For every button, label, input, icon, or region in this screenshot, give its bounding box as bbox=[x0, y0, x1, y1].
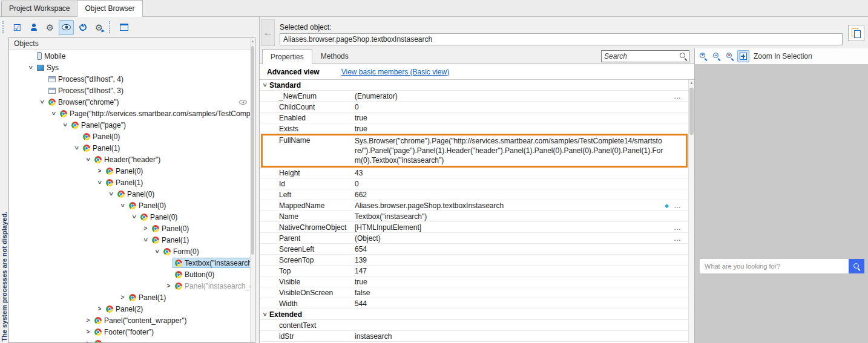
section-header-standard[interactable]: >Standard bbox=[260, 80, 688, 91]
refresh-icon[interactable] bbox=[75, 20, 90, 35]
tree-item[interactable]: >Header("header") bbox=[9, 154, 250, 165]
copy-button[interactable] bbox=[848, 25, 864, 41]
property-row-Exists[interactable]: Existstrue bbox=[260, 123, 688, 134]
property-row-Left[interactable]: Left662 bbox=[260, 189, 688, 200]
expand-chevron[interactable]: > bbox=[142, 224, 150, 232]
expand-chevron[interactable]: > bbox=[153, 247, 161, 255]
property-row-NativeChromeObject[interactable]: NativeChromeObject[HTMLInputElement]… bbox=[260, 222, 688, 233]
expand-chevron[interactable]: > bbox=[96, 305, 104, 313]
expand-chevron[interactable]: > bbox=[142, 236, 150, 244]
property-row-Top[interactable]: Top147 bbox=[260, 266, 688, 276]
expand-chevron[interactable]: > bbox=[130, 213, 138, 221]
tree-item[interactable]: >Panel(2) bbox=[9, 303, 250, 315]
property-row-ChildCount[interactable]: ChildCount0 bbox=[260, 102, 688, 113]
collapse-chevron[interactable]: > bbox=[261, 81, 269, 89]
expand-chevron[interactable]: > bbox=[84, 339, 92, 342]
tree-scrollbar-thumb[interactable] bbox=[251, 46, 254, 255]
expand-chevron[interactable]: > bbox=[27, 64, 35, 71]
collapse-chevron[interactable]: > bbox=[261, 310, 269, 318]
tree-item[interactable]: >Panel("instasearch_drop bbox=[9, 280, 250, 292]
property-row-FullName[interactable]: FullNameSys.Browser("chrome").Page("http… bbox=[260, 134, 688, 168]
tree-item[interactable]: >Panel(1) bbox=[9, 292, 250, 303]
expand-chevron[interactable]: > bbox=[119, 201, 127, 209]
tree-item[interactable]: >Sys bbox=[9, 62, 250, 73]
zoom-in-selection-icon[interactable] bbox=[737, 50, 749, 62]
property-row-Height[interactable]: Height43 bbox=[260, 168, 688, 178]
expand-chevron[interactable]: > bbox=[107, 190, 115, 198]
tree-item[interactable]: >Panel(0) bbox=[9, 200, 250, 211]
basic-view-link[interactable]: View basic members (Basic view) bbox=[341, 68, 450, 76]
properties-scrollbar-thumb[interactable] bbox=[689, 88, 694, 135]
expand-chevron[interactable]: > bbox=[119, 293, 127, 301]
expand-chevron[interactable]: > bbox=[96, 167, 104, 175]
tree-item[interactable]: Process("dllhost", 4) bbox=[9, 73, 250, 85]
ellipsis-button[interactable]: … bbox=[674, 234, 681, 243]
tree-item[interactable]: >Panel(1) bbox=[9, 234, 250, 246]
expand-chevron[interactable]: > bbox=[38, 98, 46, 106]
tree-item[interactable]: Panel(0) bbox=[9, 131, 250, 142]
scroll-up-icon[interactable]: ▲ bbox=[689, 80, 694, 87]
tree-item[interactable]: >Panel(0) bbox=[9, 165, 250, 177]
tree-item[interactable]: >Panel(0) bbox=[9, 211, 250, 223]
tree-item[interactable]: >Footer("footer") bbox=[9, 326, 250, 338]
toolbar-grip[interactable] bbox=[2, 21, 6, 33]
property-row-Parent[interactable]: Parent(Object)… bbox=[260, 233, 688, 244]
zoom-in-icon[interactable]: + bbox=[697, 50, 709, 62]
display-object-spy-icon[interactable]: ☑ bbox=[10, 20, 25, 35]
map-object-icon[interactable] bbox=[26, 20, 41, 35]
run-routine-icon[interactable]: ⚙▶ bbox=[91, 20, 107, 35]
expand-chevron[interactable]: > bbox=[84, 155, 92, 163]
expand-chevron[interactable]: > bbox=[73, 144, 81, 152]
expand-chevron[interactable]: > bbox=[96, 178, 104, 186]
expand-chevron[interactable]: > bbox=[84, 328, 92, 336]
tree-item[interactable]: >Browser("chrome") bbox=[9, 96, 250, 108]
property-row-ScreenLeft[interactable]: ScreenLeft654 bbox=[260, 244, 688, 255]
property-row-Name[interactable]: NameTextbox("instasearch") bbox=[260, 211, 688, 222]
expand-chevron[interactable]: > bbox=[50, 109, 58, 117]
tree-item[interactable]: Process("dllhost", 3) bbox=[9, 85, 250, 96]
property-row-Visible[interactable]: Visibletrue bbox=[260, 276, 688, 287]
property-row-VisibleOnScreen[interactable]: VisibleOnScreenfalse bbox=[260, 287, 688, 298]
tree-item[interactable]: >Panel("content_wrapper") bbox=[9, 315, 250, 326]
tree-item[interactable]: >Panel("page") bbox=[9, 119, 250, 131]
ellipsis-button[interactable]: … bbox=[674, 223, 681, 232]
property-row-contentText[interactable]: contentText bbox=[260, 320, 688, 331]
tree-item[interactable]: >Form(0) bbox=[9, 246, 250, 257]
tab-methods[interactable]: Methods bbox=[312, 48, 357, 64]
property-row-Id[interactable]: Id0 bbox=[260, 178, 688, 189]
reset-zoom-icon[interactable]: × bbox=[724, 50, 736, 62]
tree-scrollbar[interactable]: ▲ bbox=[250, 38, 255, 343]
tree-item[interactable]: >Panel(1) bbox=[9, 177, 250, 188]
section-header-extended[interactable]: >Extended bbox=[260, 309, 688, 320]
tree-item[interactable]: >Panel(0) bbox=[9, 223, 250, 234]
tree-item[interactable]: Mobile bbox=[9, 50, 250, 62]
expand-chevron[interactable]: > bbox=[84, 316, 92, 324]
tree-item[interactable]: >Panel(1) bbox=[9, 142, 250, 154]
tab-properties[interactable]: Properties bbox=[262, 49, 312, 64]
tab-project-workspace[interactable]: Project Workspace bbox=[1, 1, 77, 16]
highlight-on-screen-icon[interactable] bbox=[59, 20, 74, 35]
back-button[interactable]: ← bbox=[261, 19, 275, 46]
show-window-icon[interactable] bbox=[116, 20, 131, 35]
tree-item[interactable]: >Panel(0) bbox=[9, 188, 250, 200]
ellipsis-button[interactable]: … bbox=[674, 92, 681, 100]
tree-item[interactable]: Button(0) bbox=[9, 269, 250, 280]
options-gear-icon[interactable]: ⚙ bbox=[42, 20, 58, 35]
property-row-_NewEnum[interactable]: _NewEnum(Enumerator)… bbox=[260, 91, 688, 102]
expand-chevron[interactable]: > bbox=[61, 121, 69, 129]
tree-item[interactable]: Textbox("instasearch") bbox=[9, 257, 250, 269]
property-search[interactable] bbox=[601, 50, 689, 62]
property-search-input[interactable] bbox=[602, 51, 679, 61]
property-row-Width[interactable]: Width544 bbox=[260, 298, 688, 309]
tab-object-browser[interactable]: Object Browser bbox=[77, 0, 142, 17]
selected-object-input[interactable] bbox=[280, 33, 843, 45]
property-row-idStr[interactable]: idStrinstasearch bbox=[260, 331, 688, 342]
property-row-MappedName[interactable]: MappedNameAliases.browser.pageShop.textb… bbox=[260, 200, 688, 211]
zoom-out-icon[interactable]: − bbox=[711, 50, 723, 62]
expand-chevron[interactable]: > bbox=[165, 282, 173, 290]
property-row-ScreenTop[interactable]: ScreenTop139 bbox=[260, 255, 688, 266]
properties-scrollbar[interactable]: ▲ bbox=[688, 80, 694, 343]
tree-item[interactable]: >Page("http://services.smartbear.com/sam… bbox=[9, 108, 250, 119]
property-row-Enabled[interactable]: Enabledtrue bbox=[260, 113, 688, 123]
tree-item[interactable]: > bbox=[9, 338, 250, 342]
